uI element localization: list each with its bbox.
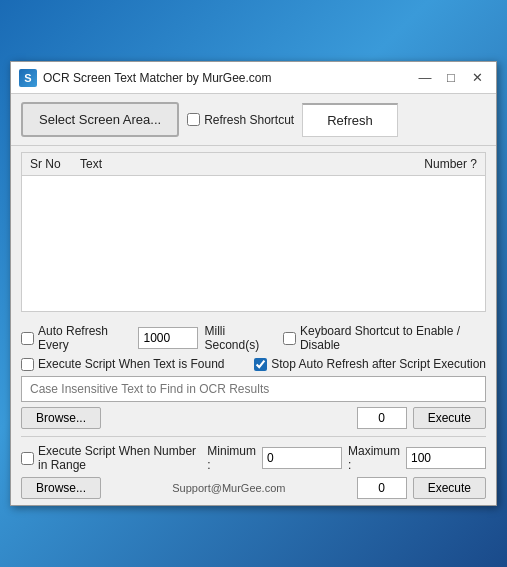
execute-number-range-text: Execute Script When Number in Range — [38, 444, 201, 472]
refresh-shortcut-label: Refresh Shortcut — [204, 113, 294, 127]
support-text: Support@MurGee.com — [107, 482, 351, 494]
number-range-row: Execute Script When Number in Range Mini… — [21, 444, 486, 472]
stop-auto-refresh-checkbox[interactable] — [254, 358, 267, 371]
execute-script-found-label[interactable]: Execute Script When Text is Found — [21, 357, 225, 371]
execute-number-range-checkbox[interactable] — [21, 452, 34, 465]
close-button[interactable]: ✕ — [466, 69, 488, 87]
stop-auto-refresh-text: Stop Auto Refresh after Script Execution — [271, 357, 486, 371]
keyboard-shortcut-label[interactable]: Keyboard Shortcut to Enable / Disable — [283, 324, 486, 352]
maximize-button[interactable]: □ — [440, 69, 462, 87]
execute2-button[interactable]: Execute — [413, 477, 486, 499]
minimum-label: Minimum : — [207, 444, 256, 472]
select-area-button[interactable]: Select Screen Area... — [21, 102, 179, 137]
minimum-value[interactable] — [262, 447, 342, 469]
execute-script-found-text: Execute Script When Text is Found — [38, 357, 225, 371]
controls-area: Auto Refresh Every Milli Second(s) Keybo… — [11, 318, 496, 505]
divider1 — [21, 436, 486, 437]
ocr-text-input[interactable] — [21, 376, 486, 402]
table-header: Sr No Text Number ? — [22, 153, 485, 176]
results-table: Sr No Text Number ? — [21, 152, 486, 312]
window-controls: — □ ✕ — [414, 69, 488, 87]
browse1-row: Browse... Execute — [21, 407, 486, 429]
auto-refresh-text: Auto Refresh Every — [38, 324, 132, 352]
value2-field[interactable] — [357, 477, 407, 499]
toolbar: Select Screen Area... Refresh Shortcut R… — [11, 94, 496, 146]
text-input-row — [21, 376, 486, 402]
refresh-shortcut-checkbox[interactable] — [187, 113, 200, 126]
execute1-button[interactable]: Execute — [413, 407, 486, 429]
auto-refresh-row: Auto Refresh Every Milli Second(s) Keybo… — [21, 324, 486, 352]
execute-script-row: Execute Script When Text is Found Stop A… — [21, 357, 486, 371]
main-window: S OCR Screen Text Matcher by MurGee.com … — [10, 61, 497, 506]
refresh-button[interactable]: Refresh — [302, 103, 398, 137]
maximum-label: Maximum : — [348, 444, 400, 472]
minimize-button[interactable]: — — [414, 69, 436, 87]
refresh-shortcut-checkbox-label[interactable]: Refresh Shortcut — [187, 113, 294, 127]
browse1-button[interactable]: Browse... — [21, 407, 101, 429]
execute-script-found-checkbox[interactable] — [21, 358, 34, 371]
maximum-value[interactable] — [406, 447, 486, 469]
window-title: OCR Screen Text Matcher by MurGee.com — [43, 71, 414, 85]
col-srno-header: Sr No — [30, 157, 80, 171]
keyboard-shortcut-checkbox[interactable] — [283, 332, 296, 345]
browse2-button[interactable]: Browse... — [21, 477, 101, 499]
auto-refresh-label[interactable]: Auto Refresh Every — [21, 324, 132, 352]
milli-seconds-label: Milli Second(s) — [204, 324, 276, 352]
col-number-header: Number ? — [397, 157, 477, 171]
stop-auto-refresh-label[interactable]: Stop Auto Refresh after Script Execution — [254, 357, 486, 371]
execute-number-range-label[interactable]: Execute Script When Number in Range — [21, 444, 201, 472]
app-icon: S — [19, 69, 37, 87]
browse2-row: Browse... Support@MurGee.com Execute — [21, 477, 486, 499]
title-bar: S OCR Screen Text Matcher by MurGee.com … — [11, 62, 496, 94]
auto-refresh-checkbox[interactable] — [21, 332, 34, 345]
value1-field[interactable] — [357, 407, 407, 429]
keyboard-shortcut-text: Keyboard Shortcut to Enable / Disable — [300, 324, 486, 352]
auto-refresh-value[interactable] — [138, 327, 198, 349]
col-text-header: Text — [80, 157, 397, 171]
